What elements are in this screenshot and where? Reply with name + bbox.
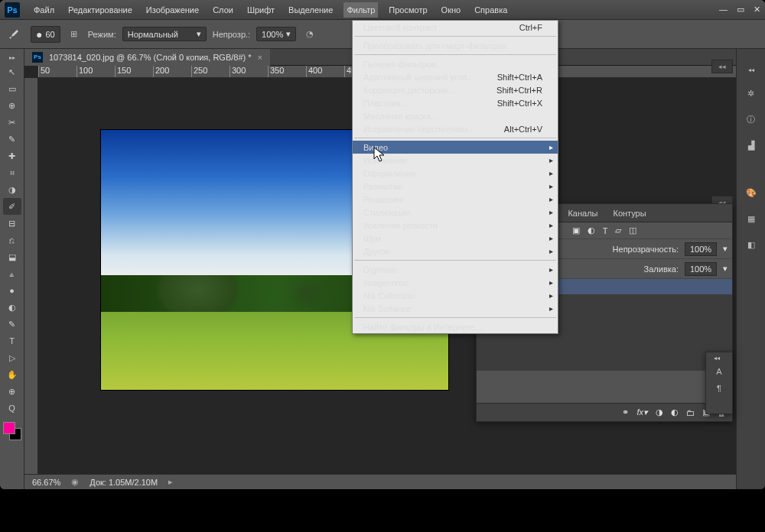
menu-item-Digimarc[interactable]: Digimarc bbox=[353, 263, 558, 276]
ruler-mark: 50 bbox=[38, 66, 76, 77]
pressure-icon[interactable]: ◔ bbox=[302, 29, 317, 39]
docsize: Док: 1.05M/2.10M bbox=[90, 478, 158, 487]
maximize-button[interactable]: ▭ bbox=[737, 5, 744, 15]
menu-item-Nik-Collection[interactable]: Nik Collection bbox=[353, 289, 558, 302]
tool-8[interactable]: ✐ bbox=[3, 198, 21, 215]
tool-2[interactable]: ⊕ bbox=[3, 97, 21, 114]
menu-просмотр[interactable]: Просмотр bbox=[386, 2, 430, 18]
tool-15[interactable]: ✎ bbox=[3, 316, 21, 332]
filter-smart-icon[interactable]: ◫ bbox=[629, 225, 636, 235]
close-tab-icon[interactable]: × bbox=[258, 53, 262, 62]
adjustment-icon[interactable]: ◐ bbox=[671, 407, 679, 417]
tool-20[interactable]: Q bbox=[3, 400, 21, 417]
menu-файл[interactable]: Файл bbox=[31, 2, 57, 18]
dropdown-icon[interactable]: ▾ bbox=[723, 244, 728, 254]
menu-окно[interactable]: Окно bbox=[438, 2, 464, 18]
dock-collapse[interactable]: ◂◂ bbox=[741, 64, 762, 75]
menu-редактирование[interactable]: Редактирование bbox=[65, 2, 135, 18]
tool-9[interactable]: ⊟ bbox=[3, 215, 21, 232]
mini-collapse[interactable]: ◂◂ bbox=[706, 352, 728, 363]
zoom-level[interactable]: 66.67% bbox=[32, 478, 60, 487]
layer-fill-input[interactable] bbox=[685, 262, 717, 276]
character-icon[interactable]: A bbox=[706, 363, 732, 380]
menu-item-Цветовой-контраст[interactable]: Цветовой контрастCtrl+F bbox=[353, 21, 558, 34]
menu-item-Исправление-перспективы-[interactable]: Исправление перспективы...Alt+Ctrl+V bbox=[353, 122, 558, 135]
menu-item-Размытие[interactable]: Размытие bbox=[353, 180, 558, 193]
menu-item-Стилизация[interactable]: Стилизация bbox=[353, 206, 558, 219]
tool-1[interactable]: ▭ bbox=[3, 80, 21, 97]
group-icon[interactable]: 🗀 bbox=[686, 408, 695, 417]
styles-icon[interactable]: ◧ bbox=[744, 237, 759, 252]
brush-size-field[interactable]: ● 60 bbox=[31, 26, 60, 43]
menu-фильтр[interactable]: Фильтр bbox=[343, 2, 378, 18]
document-tab[interactable]: Ps 1073814_020.jpg @ 66.7% (Слой 0 копия… bbox=[24, 49, 270, 66]
right-dock: ◂◂ ✲ ⓘ ▟ 🎨 ▦ ◧ bbox=[736, 49, 765, 489]
menu-item-Nik-Software[interactable]: Nik Software bbox=[353, 302, 558, 315]
menu-шрифт[interactable]: Шрифт bbox=[244, 2, 278, 18]
menu-item-Рендеринг[interactable]: Рендеринг bbox=[353, 193, 558, 206]
tool-12[interactable]: ⟁ bbox=[3, 265, 21, 282]
tool-13[interactable]: ● bbox=[3, 282, 21, 299]
tool-14[interactable]: ◐ bbox=[3, 299, 21, 316]
tool-5[interactable]: ✚ bbox=[3, 148, 21, 164]
menu-выделение[interactable]: Выделение bbox=[285, 2, 336, 18]
minimize-button[interactable]: — bbox=[719, 5, 728, 15]
status-arrow-icon[interactable]: ▸ bbox=[168, 477, 173, 487]
paragraph-icon[interactable]: ¶ bbox=[706, 380, 732, 397]
tool-17[interactable]: ▷ bbox=[3, 349, 21, 366]
menu-item-Галерея-фильтров-[interactable]: Галерея фильтров... bbox=[353, 57, 558, 70]
histogram-icon[interactable]: ▟ bbox=[744, 138, 759, 153]
filter-image-icon[interactable]: ▣ bbox=[572, 225, 580, 235]
menu-слои[interactable]: Слои bbox=[210, 2, 236, 18]
color-swatches[interactable] bbox=[3, 422, 21, 440]
tool-4[interactable]: ✎ bbox=[3, 131, 21, 148]
fx-icon[interactable]: fx▾ bbox=[636, 407, 648, 417]
menu-item-Коррекция-дисторсии-[interactable]: Коррекция дисторсии...Shift+Ctrl+R bbox=[353, 83, 558, 96]
swatches-icon[interactable]: ▦ bbox=[744, 211, 759, 226]
menu-item-Преобразовать-для-смарт-фильтров[interactable]: Преобразовать для смарт-фильтров bbox=[353, 39, 558, 52]
color-icon[interactable]: 🎨 bbox=[744, 185, 759, 200]
filter-text-icon[interactable]: T bbox=[603, 226, 608, 235]
menu-item-Видео[interactable]: Видео bbox=[353, 141, 558, 154]
tool-16[interactable]: T bbox=[3, 332, 21, 349]
menu-item-Imagenomic[interactable]: Imagenomic bbox=[353, 276, 558, 289]
foreground-color[interactable] bbox=[3, 422, 15, 434]
menu-изображение[interactable]: Изображение bbox=[143, 2, 202, 18]
tool-19[interactable]: ⊕ bbox=[3, 383, 21, 400]
mask-icon[interactable]: ◑ bbox=[656, 407, 663, 417]
menu-item-Искажение[interactable]: Искажение bbox=[353, 154, 558, 167]
tool-6[interactable]: ⌗ bbox=[3, 164, 21, 181]
layer-opacity-input[interactable] bbox=[685, 242, 717, 256]
dropdown-icon[interactable]: ▾ bbox=[723, 264, 728, 274]
menu-item-Пластика-[interactable]: Пластика...Shift+Ctrl+X bbox=[353, 96, 558, 109]
link-icon[interactable]: ⚭ bbox=[622, 407, 629, 417]
panel-tab-Каналы[interactable]: Каналы bbox=[560, 204, 605, 222]
menu-item-label: Адаптивный широкий угол... bbox=[363, 73, 474, 82]
tool-7[interactable]: ◑ bbox=[3, 181, 21, 198]
panel-tab-Контуры[interactable]: Контуры bbox=[605, 204, 653, 222]
tool-10[interactable]: ⎌ bbox=[3, 232, 21, 248]
filter-adjust-icon[interactable]: ◐ bbox=[588, 225, 595, 235]
menu-item-Оформление[interactable]: Оформление bbox=[353, 167, 558, 180]
collapsed-panel-1[interactable]: ◂◂ bbox=[711, 60, 733, 73]
menu-item-Шум[interactable]: Шум bbox=[353, 232, 558, 245]
menu-item-Найти-фильтры-в-Интернете-[interactable]: Найти фильтры в Интернете... bbox=[353, 320, 558, 333]
menu-item-Масляная-краска-[interactable]: Масляная краска... bbox=[353, 109, 558, 122]
menu-item-Другое[interactable]: Другое bbox=[353, 245, 558, 258]
brush-tool-icon[interactable] bbox=[6, 25, 24, 44]
toolbox-collapse[interactable]: ▸▸ bbox=[2, 52, 23, 63]
tool-18[interactable]: ✋ bbox=[3, 366, 21, 383]
tool-0[interactable]: ↖ bbox=[3, 63, 21, 80]
menu-item-Адаптивный-широкий-угол-[interactable]: Адаптивный широкий угол...Shift+Ctrl+A bbox=[353, 70, 558, 83]
tool-11[interactable]: ⬓ bbox=[3, 248, 21, 265]
filter-shape-icon[interactable]: ▱ bbox=[615, 225, 621, 235]
info-icon[interactable]: ⓘ bbox=[744, 112, 759, 127]
tool-3[interactable]: ✂ bbox=[3, 114, 21, 131]
blend-mode-select[interactable]: Нормальный▾ bbox=[122, 27, 207, 41]
brush-preset-icon[interactable]: ⊞ bbox=[67, 29, 82, 39]
menu-справка[interactable]: Справка bbox=[471, 2, 510, 18]
close-button[interactable]: ✕ bbox=[754, 5, 760, 15]
menu-item-Усиление-резкости[interactable]: Усиление резкости bbox=[353, 219, 558, 232]
opacity-field[interactable]: 100%▾ bbox=[256, 27, 296, 41]
navigator-icon[interactable]: ✲ bbox=[744, 86, 759, 101]
